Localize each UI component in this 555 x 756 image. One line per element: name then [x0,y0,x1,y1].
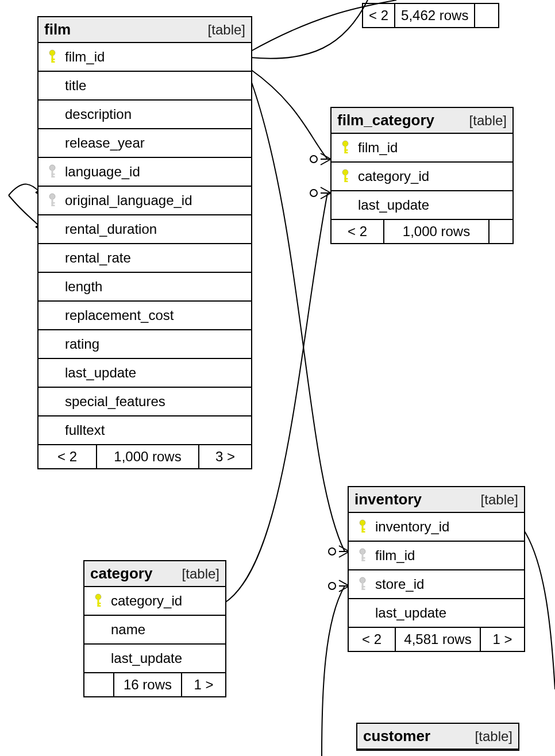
table-film-category[interactable]: film_category [table] film_idcategory_id… [330,107,514,244]
svg-rect-10 [52,59,55,60]
column-name: title [60,78,86,94]
column-row[interactable]: replacement_cost [38,302,251,330]
table-type: [table] [182,566,219,582]
next-button[interactable]: 1 > [182,673,225,696]
prev-button[interactable]: < 2 [332,220,384,243]
column-row[interactable]: last_update [84,645,225,672]
next-button [490,220,512,243]
column-list: inventory_idfilm_idstore_idlast_update [349,513,524,627]
table-film[interactable]: film [table] film_idtitledescriptionrele… [37,16,252,469]
column-name: category_id [353,168,429,184]
table-type: [table] [475,728,512,745]
row-count: 16 rows [114,673,182,696]
table-footer: < 2 1,000 rows 3 > [38,444,251,468]
svg-rect-43 [98,605,101,607]
column-row[interactable]: fulltext [38,416,251,444]
row-count: 4,581 rows [396,628,481,651]
table-name: film_category [337,111,434,129]
table-inventory[interactable]: inventory [table] inventory_idfilm_idsto… [348,486,525,652]
table-name: category [90,565,152,583]
column-row[interactable]: film_id [349,542,524,570]
column-name: last_update [353,197,429,213]
column-name: store_id [371,576,424,592]
column-row[interactable]: film_id [332,134,512,163]
key-icon [48,164,56,179]
column-row[interactable]: title [38,72,251,101]
prev-button[interactable]: < 2 [349,628,396,651]
svg-point-28 [360,520,365,526]
svg-rect-15 [52,176,55,178]
table-footer: 16 rows 1 > [84,672,225,696]
svg-point-12 [49,165,55,171]
key-icon [359,548,367,563]
svg-rect-42 [98,603,101,604]
svg-rect-26 [345,178,348,180]
stats-prev[interactable]: < 2 [363,4,395,27]
column-row[interactable]: rental_rate [38,244,251,273]
column-list: film_idcategory_idlast_update [332,134,512,219]
column-row[interactable]: rental_duration [38,215,251,244]
column-row[interactable]: last_update [332,191,512,219]
column-row[interactable]: description [38,101,251,129]
column-row[interactable]: category_id [332,163,512,191]
column-name: name [106,622,145,638]
prev-button[interactable]: < 2 [38,445,97,468]
column-name: last_update [60,365,136,381]
column-row[interactable]: release_year [38,129,251,158]
svg-point-16 [49,194,55,199]
svg-rect-27 [345,181,348,183]
next-button[interactable]: 3 > [199,445,251,468]
table-name: film [44,21,71,38]
column-name: film_id [353,140,398,156]
svg-rect-11 [52,61,55,63]
column-row[interactable]: category_id [84,587,225,616]
table-header[interactable]: inventory [table] [349,487,524,513]
column-row[interactable]: store_id [349,570,524,599]
svg-rect-22 [345,149,348,151]
column-row[interactable]: language_id [38,158,251,187]
column-row[interactable]: film_id [38,43,251,72]
column-name: rating [60,336,99,352]
table-customer[interactable]: customer [table] [356,723,519,751]
column-name: film_id [371,547,415,564]
table-type: [table] [469,113,507,129]
svg-rect-18 [52,202,55,204]
svg-rect-19 [52,205,55,207]
table-type: [table] [481,492,518,508]
row-count: 1,000 rows [384,220,490,243]
column-name: last_update [371,605,446,621]
column-list: film_idtitledescriptionrelease_yearlangu… [38,43,251,444]
column-name: inventory_id [371,519,449,535]
svg-point-40 [95,594,101,600]
table-header[interactable]: customer [table] [357,724,518,750]
column-row[interactable]: last_update [38,359,251,388]
column-name: original_language_id [60,192,192,209]
column-row[interactable]: rating [38,330,251,359]
next-button[interactable]: 1 > [481,628,524,651]
table-header[interactable]: film [table] [38,17,251,43]
column-name: last_update [106,650,182,666]
column-name: special_features [60,394,165,410]
table-category[interactable]: category [table] category_idnamelast_upd… [83,560,226,697]
key-icon [341,140,349,155]
column-row[interactable]: name [84,616,225,645]
column-name: category_id [106,593,182,609]
table-type: [table] [208,22,245,38]
column-list: category_idnamelast_update [84,587,225,672]
svg-point-24 [342,169,348,175]
row-count: 1,000 rows [97,445,199,468]
prev-button [84,673,114,696]
table-header[interactable]: film_category [table] [332,108,512,134]
column-row[interactable]: length [38,273,251,302]
svg-rect-34 [362,557,365,559]
column-name: rental_rate [60,250,131,266]
key-icon [341,169,349,184]
column-row[interactable]: special_features [38,388,251,416]
column-name: rental_duration [60,221,157,237]
table-header[interactable]: category [table] [84,561,225,587]
column-row[interactable]: inventory_id [349,513,524,542]
stats-next [475,4,498,27]
column-row[interactable]: original_language_id [38,187,251,215]
column-row[interactable]: last_update [349,599,524,627]
table-footer: < 2 1,000 rows [332,219,512,243]
